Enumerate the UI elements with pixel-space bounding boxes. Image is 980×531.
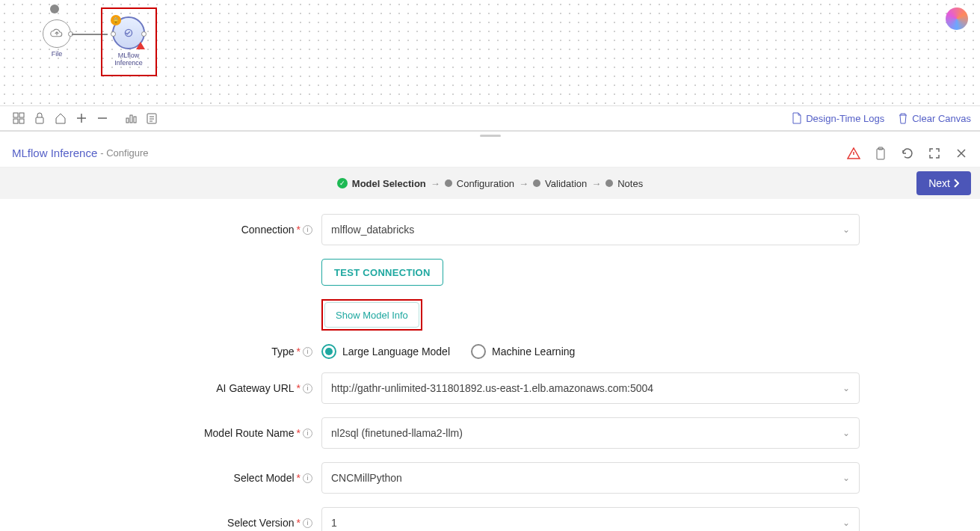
panel-title: MLflow Inference — [12, 147, 97, 159]
trash-icon — [898, 112, 908, 124]
step-dot-icon — [533, 179, 540, 187]
gear-code-icon — [120, 25, 137, 41]
chevron-down-icon: ⌄ — [842, 383, 850, 393]
info-icon[interactable]: i — [303, 347, 312, 357]
highlight-box-model-info: Show Model Info — [321, 299, 422, 331]
chevron-right-icon — [953, 179, 959, 188]
label-model: Select Model — [234, 472, 295, 484]
warning-icon — [136, 42, 145, 49]
svg-rect-8 — [134, 117, 136, 123]
svg-rect-6 — [126, 118, 129, 123]
label-connection: Connection — [241, 224, 295, 236]
chart-icon[interactable] — [121, 108, 141, 128]
svg-rect-1 — [13, 113, 18, 117]
panel-subtitle: - Configure — [100, 147, 148, 159]
file-icon — [792, 112, 802, 124]
config-panel: MLflow Inference - Configure ✓ Model Sel… — [0, 131, 980, 531]
check-icon: ✓ — [337, 178, 348, 188]
step-configuration[interactable]: Configuration — [457, 178, 514, 189]
clear-canvas-link[interactable]: Clear Canvas — [898, 112, 971, 124]
ai-gateway-url-select[interactable]: http://gathr-unlimited-311801892.us-east… — [321, 372, 860, 404]
canvas-toolbar: Design-Time Logs Clear Canvas — [0, 105, 980, 131]
svg-rect-10 — [877, 149, 884, 159]
node-file[interactable]: File — [42, 19, 72, 58]
next-button[interactable]: Next — [916, 171, 971, 195]
form: Connection* i mlflow_databricks ⌄ TEST C… — [0, 199, 980, 531]
lock-toolbar-icon[interactable] — [30, 108, 49, 128]
svg-rect-5 — [36, 117, 43, 123]
chevron-right-icon: → — [431, 178, 440, 189]
info-icon[interactable]: i — [303, 473, 312, 483]
drag-handle[interactable] — [0, 132, 980, 139]
avatar[interactable] — [946, 7, 968, 30]
plus-icon[interactable] — [72, 108, 91, 128]
cloud-upload-icon — [50, 28, 64, 39]
test-connection-button[interactable]: TEST CONNECTION — [321, 259, 443, 286]
step-dot-icon — [605, 179, 613, 187]
step-model-selection[interactable]: Model Selection — [352, 178, 426, 189]
radio-llm[interactable]: Large Language Model — [321, 344, 450, 359]
chevron-down-icon: ⌄ — [842, 473, 850, 483]
show-model-info-button[interactable]: Show Model Info — [324, 302, 419, 328]
chevron-down-icon: ⌄ — [842, 428, 850, 438]
label-gateway: AI Gateway URL — [216, 382, 294, 394]
label-route: Model Route Name — [204, 427, 295, 439]
chevron-down-icon: ⌄ — [842, 518, 850, 528]
expand-icon[interactable] — [928, 147, 941, 160]
panel-header: MLflow Inference - Configure — [0, 139, 980, 168]
info-icon[interactable]: i — [303, 225, 312, 235]
svg-rect-2 — [19, 113, 24, 117]
canvas-handle-dot — [50, 4, 59, 13]
node-mlflow-label: MLflow Inference — [109, 52, 148, 67]
edge — [72, 34, 108, 35]
label-version: Select Version — [227, 517, 295, 529]
svg-rect-3 — [13, 119, 18, 123]
lock-icon: 🔒 — [111, 15, 121, 25]
chevron-down-icon: ⌄ — [842, 224, 850, 235]
steps-bar: ✓ Model Selection → Configuration → Vali… — [0, 168, 980, 199]
warning-triangle-icon[interactable] — [847, 147, 860, 160]
step-notes[interactable]: Notes — [617, 178, 643, 189]
node-file-label: File — [42, 51, 72, 58]
model-route-name-select[interactable]: nl2sql (finetuned-llama2-llm) ⌄ — [321, 417, 860, 449]
step-dot-icon — [445, 179, 452, 187]
pipeline-canvas[interactable]: File 🔒 MLflow Inference Desi — [0, 0, 980, 131]
select-version-select[interactable]: 1 ⌄ — [321, 507, 860, 531]
refresh-icon[interactable] — [901, 147, 914, 160]
close-icon[interactable] — [955, 147, 968, 160]
info-icon[interactable]: i — [303, 384, 312, 393]
svg-rect-7 — [130, 115, 132, 123]
info-icon[interactable]: i — [303, 429, 312, 438]
connection-select[interactable]: mlflow_databricks ⌄ — [321, 214, 860, 245]
design-time-logs-link[interactable]: Design-Time Logs — [792, 112, 884, 124]
info-icon[interactable]: i — [303, 518, 312, 528]
radio-ml[interactable]: Machine Learning — [471, 344, 575, 359]
chevron-right-icon: → — [591, 178, 601, 189]
select-model-select[interactable]: CNCMillPython ⌄ — [321, 462, 860, 494]
chevron-right-icon: → — [519, 178, 528, 189]
notes-icon[interactable] — [142, 108, 161, 128]
node-mlflow-inference[interactable]: 🔒 MLflow Inference — [109, 16, 148, 67]
clipboard-icon[interactable] — [874, 147, 887, 160]
minus-icon[interactable] — [93, 108, 112, 128]
svg-rect-4 — [19, 119, 24, 123]
label-type: Type — [271, 346, 294, 357]
grid-icon[interactable] — [9, 108, 28, 128]
step-validation[interactable]: Validation — [545, 178, 587, 189]
home-icon[interactable] — [51, 108, 70, 128]
